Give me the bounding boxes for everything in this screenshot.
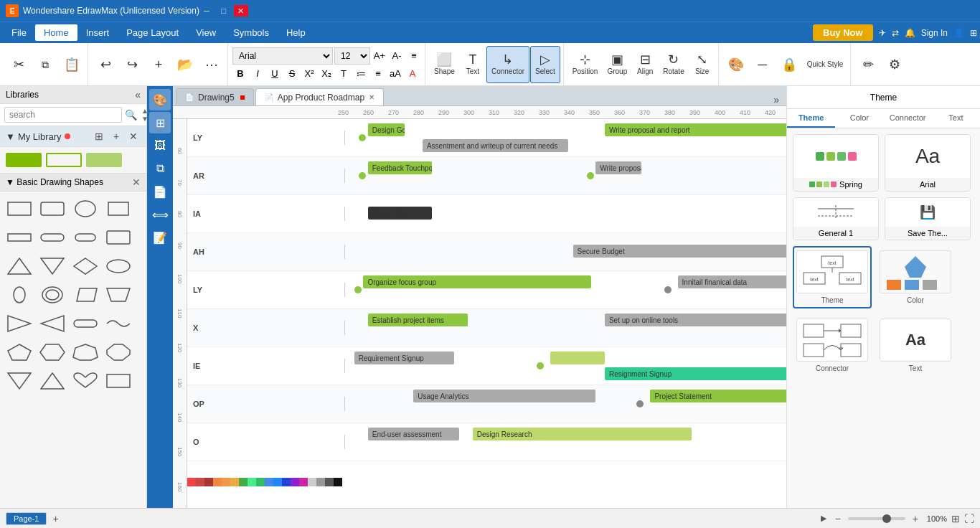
subscript-btn[interactable]: X₂: [319, 66, 334, 82]
page-tab-1[interactable]: Page-1: [6, 512, 47, 525]
spring-theme-card[interactable]: Spring: [793, 134, 879, 192]
import-lib-btn[interactable]: ⊞: [92, 129, 106, 143]
color-swatch[interactable]: [213, 478, 222, 486]
play-btn[interactable]: ▶: [821, 514, 826, 523]
shape-rect5[interactable]: [37, 225, 67, 250]
sign-in-btn[interactable]: Sign In: [921, 28, 948, 38]
shape-double-circle[interactable]: [37, 282, 67, 308]
paste-btn[interactable]: 📋: [59, 46, 85, 83]
shape-preview-green-line[interactable]: [46, 153, 82, 167]
zoom-out-btn[interactable]: −: [831, 512, 845, 526]
italic-btn[interactable]: I: [250, 66, 265, 82]
text-btn[interactable]: T Text: [460, 46, 486, 83]
zoom-in-btn[interactable]: +: [908, 512, 923, 526]
theme-option-text[interactable]: Aa Text: [876, 314, 955, 377]
theme-option-color[interactable]: Color: [876, 246, 955, 308]
user-icon[interactable]: 👤: [953, 28, 964, 38]
quick-style-btn[interactable]: Quick Style: [803, 46, 848, 83]
color-swatch[interactable]: [239, 478, 248, 486]
bold-btn[interactable]: B: [232, 66, 248, 82]
canvas-scroll[interactable]: 60708090100110120130140150160 LY Design …: [173, 119, 786, 508]
theme-option-connector[interactable]: Connector: [793, 314, 872, 377]
align-btn[interactable]: ⊟ Align: [632, 46, 658, 83]
tab-color[interactable]: Color: [835, 109, 883, 128]
connector-btn[interactable]: ↳ Connector: [486, 46, 529, 83]
cut-btn[interactable]: ✂: [6, 46, 32, 83]
gantt-bar[interactable]: Requirement Signup: [354, 352, 455, 364]
open-btn[interactable]: 📂: [172, 46, 198, 83]
gantt-bar[interactable]: [550, 352, 605, 364]
gantt-bar[interactable]: Secure Budget: [573, 245, 787, 258]
shape-tri-right[interactable]: [4, 311, 34, 336]
list-btn[interactable]: ≡: [370, 66, 386, 82]
format-paint-icon-btn[interactable]: 🎨: [149, 89, 171, 110]
strikethrough-btn[interactable]: S: [284, 66, 300, 82]
menu-home[interactable]: Home: [35, 24, 77, 41]
color-swatch[interactable]: [248, 478, 256, 486]
arial-theme-card[interactable]: Aa Arial: [885, 134, 971, 192]
search-input[interactable]: [4, 107, 122, 123]
gantt-bar[interactable]: Organize focus group: [363, 275, 591, 288]
font-selector[interactable]: Arial: [232, 47, 333, 65]
shape-rect6[interactable]: [70, 225, 100, 250]
gantt-bar[interactable]: End-user assessment: [368, 428, 459, 440]
shape-octagon[interactable]: [103, 339, 133, 365]
buy-now-button[interactable]: Buy Now: [813, 24, 873, 41]
minimize-btn[interactable]: ─: [199, 5, 214, 16]
shape-oval[interactable]: [4, 282, 34, 308]
color-swatch[interactable]: [196, 478, 204, 486]
position-btn[interactable]: ⊹ Position: [568, 46, 603, 83]
add-lib-btn[interactable]: +: [109, 129, 123, 143]
font-increase-btn[interactable]: A+: [372, 48, 387, 64]
tab-app-product-roadmap[interactable]: 📄 App Product Roadmap ✕: [255, 88, 384, 105]
shape-rect4[interactable]: [4, 225, 34, 250]
general1-theme-card[interactable]: General 1: [793, 197, 879, 240]
apps-icon[interactable]: ⊞: [970, 28, 977, 38]
menu-symbols[interactable]: Symbols: [225, 24, 278, 41]
color-swatch[interactable]: [230, 478, 239, 486]
shape-hexagon[interactable]: [37, 339, 67, 365]
gantt-bar[interactable]: Write proposal and report: [605, 123, 786, 136]
close-tab-btn[interactable]: ✕: [369, 93, 374, 101]
compare-icon-btn[interactable]: ⟺: [149, 204, 171, 225]
bullet-btn[interactable]: ≔: [353, 66, 369, 82]
shape-tri-down[interactable]: [4, 368, 34, 394]
shape-rect1[interactable]: [4, 196, 34, 222]
triangle-expand-icon[interactable]: ▼: [6, 131, 15, 142]
fit-page-btn[interactable]: ⊞: [951, 513, 960, 524]
shape-tri-left[interactable]: [37, 311, 67, 336]
send-icon[interactable]: ✈: [879, 28, 886, 38]
shape-tri-up[interactable]: [37, 368, 67, 394]
shape-diamond[interactable]: [70, 253, 100, 279]
color-swatch[interactable]: [273, 478, 282, 486]
group-btn[interactable]: ▣ Group: [603, 46, 631, 83]
grid-view-icon-btn[interactable]: ⊞: [149, 112, 171, 133]
menu-help[interactable]: Help: [278, 24, 314, 41]
font-color-btn[interactable]: A: [405, 66, 420, 82]
shape-stadium[interactable]: [70, 311, 100, 336]
gantt-bar[interactable]: Establish project items: [368, 314, 468, 326]
new-btn[interactable]: +: [146, 46, 171, 83]
shape-rect2[interactable]: [37, 196, 67, 222]
close-lib-btn[interactable]: ✕: [126, 129, 141, 143]
add-page-btn[interactable]: +: [52, 513, 58, 524]
close-shapes-btn[interactable]: ✕: [132, 176, 141, 188]
gantt-bar[interactable]: Assentment and writeup of current needs: [423, 139, 568, 152]
gantt-bar[interactable]: Set up on online tools: [605, 314, 786, 326]
color-swatch[interactable]: [265, 478, 273, 486]
gantt-bar[interactable]: Write proposal and report: [595, 161, 641, 174]
more-btn[interactable]: ⋯: [199, 46, 225, 83]
share-icon[interactable]: ⇄: [892, 28, 899, 38]
text-style-btn[interactable]: T: [336, 66, 352, 82]
format-brush-btn[interactable]: ✏: [855, 46, 881, 83]
maximize-btn[interactable]: □: [217, 5, 231, 16]
fill-btn[interactable]: 🎨: [723, 46, 749, 83]
case-btn[interactable]: aA: [387, 66, 403, 82]
gantt-bar[interactable]: Design Goal: [368, 123, 405, 136]
font-decrease-btn[interactable]: A-: [389, 48, 405, 64]
select-btn[interactable]: ▷ Select: [530, 46, 560, 83]
gantt-bar[interactable]: Feedback Touchpoints: [368, 161, 432, 174]
color-swatch[interactable]: [256, 478, 265, 486]
menu-file[interactable]: File: [3, 24, 35, 41]
expand-panel-btn[interactable]: »: [769, 94, 783, 105]
